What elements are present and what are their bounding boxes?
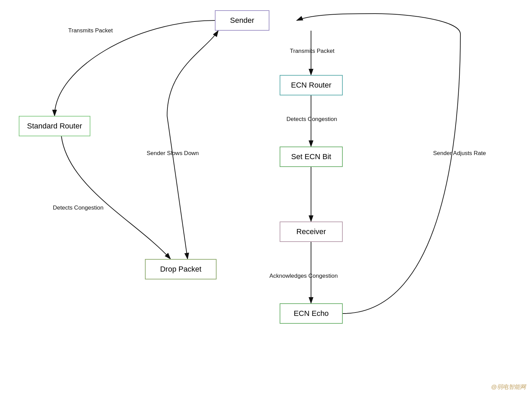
label-detects-congestion-right: Detects Congestion bbox=[286, 116, 337, 123]
label-transmits-left: Transmits Packet bbox=[68, 27, 113, 34]
node-ecn-router: ECN Router bbox=[280, 75, 343, 95]
label-acknowledges-congestion: Acknowledges Congestion bbox=[269, 273, 338, 279]
label-detects-congestion-left: Detects Congestion bbox=[53, 204, 103, 211]
label-sender-adjusts-rate: Sender Adjusts Rate bbox=[433, 150, 486, 157]
node-set-ecn-bit: Set ECN Bit bbox=[280, 147, 343, 167]
watermark: @弱电智能网 bbox=[491, 383, 526, 391]
arrows-svg bbox=[0, 0, 532, 397]
node-receiver: Receiver bbox=[280, 222, 343, 242]
node-sender: Sender bbox=[215, 10, 269, 31]
label-sender-slows-down: Sender Slows Down bbox=[147, 150, 199, 157]
node-drop-packet: Drop Packet bbox=[145, 259, 217, 279]
node-ecn-echo: ECN Echo bbox=[280, 303, 343, 324]
node-standard-router: Standard Router bbox=[19, 116, 90, 136]
diagram-container: Transmits Packet Transmits Packet Sender… bbox=[0, 0, 532, 397]
label-transmits-right: Transmits Packet bbox=[290, 48, 335, 55]
